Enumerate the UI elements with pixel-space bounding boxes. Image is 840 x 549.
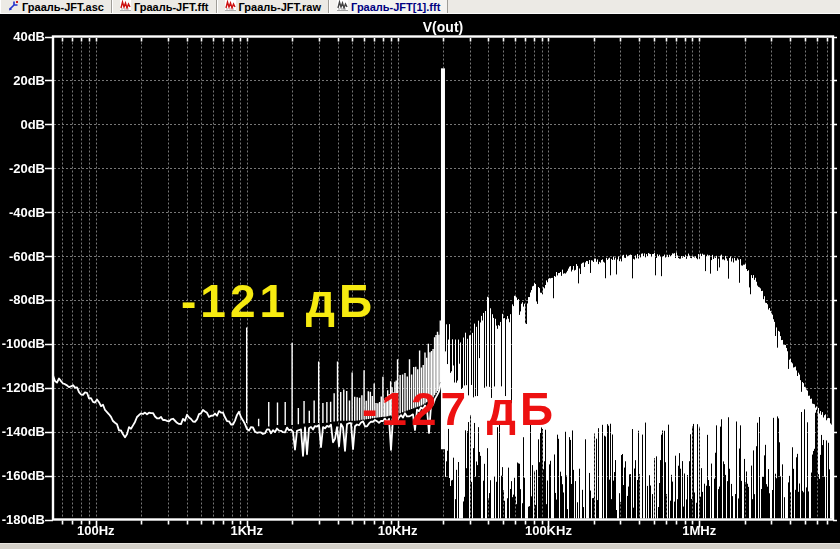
y-axis-label: -60dB — [1, 250, 45, 263]
x-axis-label: 100Hz — [77, 524, 115, 537]
x-axis-label: 100KHz — [525, 524, 572, 537]
y-axis-label: -40dB — [1, 206, 45, 219]
x-axis-label: 10KHz — [378, 524, 418, 537]
ltspice-window: Грааль-JFT.ascГрааль-JFT.fftГрааль-JFT.r… — [0, 0, 840, 549]
annotation-121db: -121 дБ — [181, 278, 376, 324]
window-bottom-strip — [0, 543, 840, 549]
x-axis-label: 1MHz — [682, 524, 716, 537]
y-axis-label: 40dB — [1, 30, 45, 43]
y-axis-label: 20dB — [1, 74, 45, 87]
y-axis-label: -80dB — [1, 293, 45, 306]
y-axis-label: -20dB — [1, 162, 45, 175]
y-axis-label: -180dB — [1, 513, 45, 526]
y-axis-label: 0dB — [1, 118, 45, 131]
y-axis-label: -100dB — [1, 337, 45, 350]
x-axis-label: 1KHz — [230, 524, 263, 537]
y-axis-label: -160dB — [1, 469, 45, 482]
fft-plot-canvas[interactable] — [0, 0, 840, 549]
trace-title: V(out) — [53, 19, 833, 35]
y-axis-label: -140dB — [1, 425, 45, 438]
annotation-127db: -127 дБ — [362, 386, 557, 432]
y-axis-label: -120dB — [1, 381, 45, 394]
